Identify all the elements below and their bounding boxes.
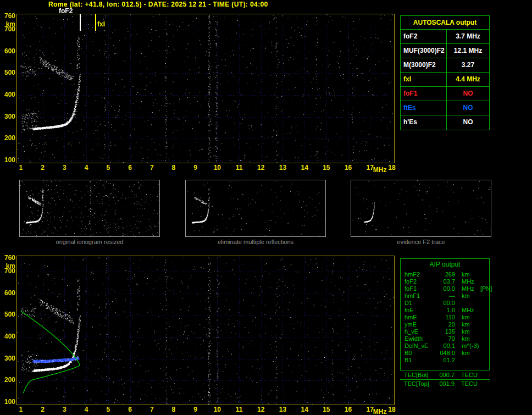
aip-tec-section: TEC[Bot]000.7TECUTEC[Top]001.9TECU [400,372,490,388]
autoscala-row-MUF(3000)F2: MUF(3000)F212.1 MHz [401,44,489,58]
aip-table-rows: hmF2269kmfoF203.7MHzfoF100.0MHz[PN]hmF1-… [401,271,489,364]
y-axis-tick: 500 [1,69,15,76]
aip-note: [PN] [479,285,492,292]
autoscala-row-fxI: fxI4.4 MHz [401,73,489,87]
aip-unit: TECU [456,380,479,388]
aip-val: 00.0 [434,300,456,307]
x-axis-tick: 15 [323,164,330,171]
x-axis-tick: 3 [63,164,66,171]
x-axis-tick: 5 [106,164,110,171]
aip-note [479,328,489,335]
x-axis-tick: 7 [150,406,154,413]
x-axis-unit-label: MHz [373,167,387,174]
panel-original-ionogram [19,180,160,237]
x-axis-tick: 10 [214,406,221,413]
y-axis-tick: 600 [1,48,15,55]
aip-unit: km [456,328,479,335]
top-ionogram-plot [16,14,395,163]
aip-row-foF1: foF100.0MHz[PN] [401,285,489,292]
autoscala-row-value: 3.27 [447,58,489,72]
x-axis-tick: 14 [301,406,308,413]
aip-val: 01.2 [434,357,456,364]
aip-row-Ewidth: Ewidth70km [401,335,489,342]
aip-val: 110 [434,314,456,321]
autoscala-row-label: ftEs [401,101,447,115]
autoscala-table-rows: foF23.7 MHzMUF(3000)F212.1 MHzM(3000)F23… [401,30,489,130]
autoscala-row-value: NO [447,115,489,130]
panel-evidence-canvas [351,180,491,236]
aip-name: TEC[Bot] [404,372,434,379]
x-axis-tick: 5 [106,406,110,413]
aip-val: 03.7 [434,278,456,285]
aip-row-h_vE: h_vE135km [401,328,489,335]
aip-note [479,314,489,321]
y-axis-tick: 300 [1,355,15,362]
autoscala-row-ftEs: ftEsNO [401,101,489,115]
aip-unit: km [456,271,479,278]
x-axis-tick: 12 [257,406,264,413]
aip-row-TEC[Bot]: TEC[Bot]000.7TECU [400,372,490,379]
aip-unit: MHz [456,278,479,285]
panel-caption-eliminate: eliminate multiple reflections [185,239,326,245]
x-axis-tick: 4 [85,164,88,171]
bottom-ionogram-plot [16,256,395,405]
x-axis-tick: 11 [236,406,243,413]
panel-eliminate-canvas [186,180,325,236]
aip-name: foF1 [404,285,434,292]
autoscala-row-label: foF2 [401,30,447,43]
y-axis-unit-label: km [1,21,15,28]
aip-note [479,335,489,342]
autoscala-output-table: AUTOSCALA output foF23.7 MHzMUF(3000)F21… [400,15,490,130]
x-axis-tick: 4 [85,406,88,413]
y-axis-tick: 760 [1,13,15,20]
aip-val: 70 [434,335,456,342]
panel-caption-original: original ionogram resized [19,239,160,245]
aip-val: 20 [434,321,456,328]
aip-unit [456,300,479,307]
x-axis-tick: 9 [193,406,197,413]
aip-row-ymE: ymE20km [401,321,489,328]
autoscala-row-label: h'Es [401,115,447,130]
x-axis-tick: 10 [214,164,221,171]
aip-val: 000.7 [434,372,456,379]
aip-unit: MHz [456,307,479,314]
autoscala-table-title: AUTOSCALA output [401,16,489,30]
x-axis-tick: 3 [63,406,66,413]
panel-original-canvas [20,180,159,236]
aip-name: foF2 [404,278,434,285]
aip-row-hmF2: hmF2269km [401,271,489,278]
aip-name: Ewidth [404,335,434,342]
aip-tec-separator [400,379,490,380]
x-axis-tick: 2 [41,164,45,171]
aip-unit: km [456,335,479,342]
aip-row-B0: B0048.0km [401,350,489,357]
x-axis-tick: 9 [193,164,197,171]
x-axis-tick: 2 [41,406,45,413]
x-axis-tick: 12 [257,164,264,171]
foF2-marker-label: foF2 [59,7,73,15]
x-axis-tick: 13 [279,164,286,171]
x-axis-unit-label: MHz [373,408,387,415]
station-date-title: Rome (lat: +41.8, lon: 012.5) - DATE: 20… [48,1,268,8]
aip-output-table: AIP output hmF2269kmfoF203.7MHzfoF100.0M… [400,258,490,370]
aip-name: foE [404,307,434,314]
aip-row-DelN_vE: DelN_vE00.1m^(-3) [401,342,489,350]
x-axis-tick: 6 [128,164,132,171]
x-axis-tick: 1 [19,406,23,413]
y-axis-tick: 400 [1,333,15,340]
y-axis-tick: 100 [1,399,15,406]
aip-unit: TECU [456,372,479,379]
panel-eliminate-reflections [185,180,326,237]
aip-unit: km [456,350,479,357]
x-axis-tick: 7 [150,164,154,171]
aip-name: D1 [404,300,434,307]
autoscala-row-value: 4.4 MHz [447,73,489,86]
x-axis-tick: 14 [301,164,308,171]
aip-row-hmF1: hmF1---km [401,292,489,300]
aip-unit: km [456,314,479,321]
y-axis-tick: 600 [1,290,15,297]
x-axis-tick: 8 [172,164,176,171]
aip-note [479,342,489,350]
panel-evidence-f2 [351,180,491,237]
aip-val: 00.0 [434,285,456,292]
